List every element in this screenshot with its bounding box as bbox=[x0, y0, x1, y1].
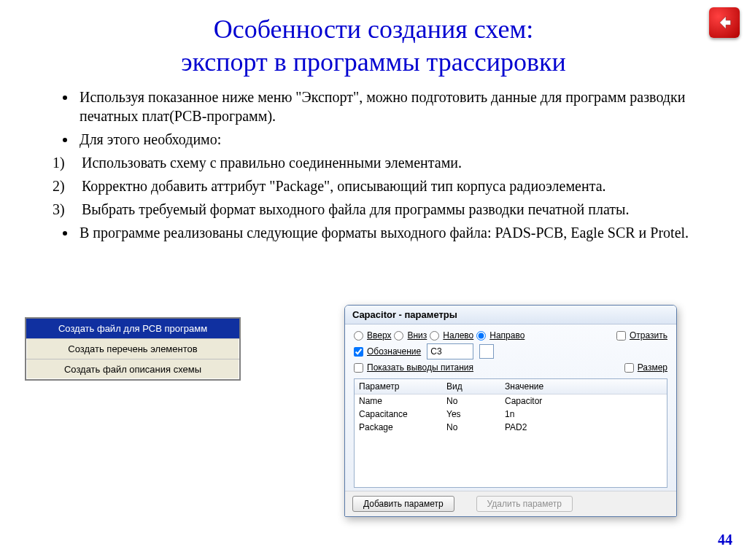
arrow-left-icon bbox=[715, 13, 734, 32]
radio-up[interactable]: Вверх bbox=[354, 330, 391, 341]
radio-down[interactable]: Вниз bbox=[394, 330, 427, 341]
body-text: Используя показанное ниже меню "Экспорт"… bbox=[0, 79, 747, 242]
small-field[interactable] bbox=[479, 344, 494, 359]
menu-item-pcb[interactable]: Создать файл для PCB программ bbox=[26, 319, 239, 339]
menu-item-bom[interactable]: Создать перечень элементов bbox=[26, 339, 239, 359]
table-row[interactable]: Capacitance Yes 1n bbox=[355, 408, 667, 421]
check-showpower[interactable]: Показать выводы питания bbox=[354, 362, 473, 373]
menu-item-desc[interactable]: Создать файл описания схемы bbox=[26, 359, 239, 379]
page-title: Особенности создания схем: экспорт в про… bbox=[0, 0, 747, 79]
bullet-item: Используя показанное ниже меню "Экспорт"… bbox=[77, 88, 718, 125]
add-param-button[interactable]: Добавить параметр bbox=[352, 496, 454, 512]
designation-input[interactable] bbox=[427, 343, 473, 359]
col-value: Значение bbox=[505, 381, 662, 392]
numbered-item: Использовать схему с правильно соединенн… bbox=[74, 153, 718, 172]
table-row[interactable]: Name No Capacitor bbox=[355, 394, 667, 408]
col-kind: Вид bbox=[446, 381, 505, 392]
export-menu: Создать файл для PCB программ Создать пе… bbox=[25, 317, 241, 381]
back-button[interactable] bbox=[709, 7, 740, 38]
dialog-title: Capacitor - параметры bbox=[345, 306, 676, 324]
param-table: Параметр Вид Значение Name No Capacitor … bbox=[354, 378, 667, 488]
numbered-item: Выбрать требуемый формат выходного файла… bbox=[74, 200, 718, 219]
delete-param-button[interactable]: Удалить параметр bbox=[476, 496, 573, 512]
check-size[interactable]: Размер bbox=[624, 362, 667, 373]
check-designation[interactable]: Обозначение bbox=[354, 346, 421, 357]
numbered-item: Корректно добавить аттрибут "Package", о… bbox=[74, 176, 718, 195]
col-param: Параметр bbox=[359, 381, 446, 392]
capacitor-dialog: Capacitor - параметры Вверх Вниз Налево … bbox=[344, 305, 677, 517]
table-row[interactable]: Package No PAD2 bbox=[355, 421, 667, 434]
radio-right[interactable]: Направо bbox=[476, 330, 525, 341]
bullet-item: В программе реализованы следующие формат… bbox=[77, 223, 718, 242]
check-mirror[interactable]: Отразить bbox=[616, 330, 667, 341]
radio-left[interactable]: Налево bbox=[430, 330, 473, 341]
bullet-item: Для этого необходимо: bbox=[77, 130, 718, 149]
page-number: 44 bbox=[718, 532, 732, 548]
